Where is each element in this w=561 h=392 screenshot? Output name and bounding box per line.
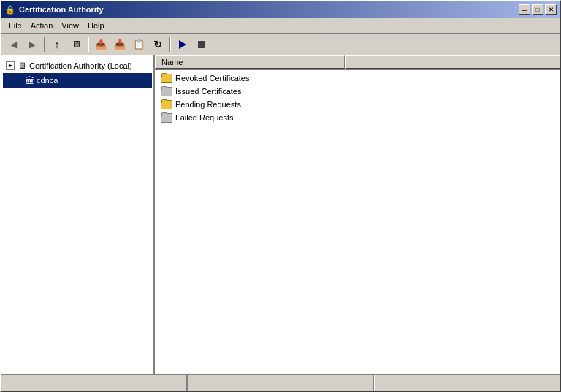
window-title: Certification Authority: [19, 5, 104, 14]
folder-yellow-icon: [161, 73, 172, 83]
stop-toolbar-btn[interactable]: [193, 36, 210, 53]
export-toolbar-btn[interactable]: 📤: [92, 36, 110, 53]
tree-child-icon: 🏛: [23, 74, 35, 86]
tree-pane: + 🖥 Certification Authority (Local) 🏛 cd…: [1, 55, 155, 374]
main-content: + 🖥 Certification Authority (Local) 🏛 cd…: [1, 55, 560, 374]
list-item[interactable]: Issued Certificates: [155, 85, 560, 98]
menu-action[interactable]: Action: [26, 20, 58, 31]
toolbar-sep-3: [169, 37, 171, 52]
folder-gray-icon: [161, 112, 172, 123]
tree-root-expander[interactable]: +: [6, 61, 15, 70]
list-item[interactable]: Failed Requests: [155, 111, 560, 124]
list-item[interactable]: Pending Requests: [155, 98, 560, 111]
folder-gray-icon: [161, 86, 172, 96]
title-bar: 🔒 Certification Authority — □ ✕: [1, 1, 560, 18]
toolbar-sep-1: [44, 37, 45, 52]
status-bar: [1, 374, 560, 391]
import-toolbar-btn[interactable]: 📥: [111, 36, 129, 53]
forward-toolbar-btn[interactable]: ▶: [23, 36, 41, 53]
toolbar: ◀ ▶ ↑ 🖥 📤 📥 📋 ↻: [1, 34, 560, 55]
menu-help[interactable]: Help: [83, 20, 109, 31]
list-header: Name: [155, 55, 560, 70]
folder-yellow-icon: [161, 99, 172, 109]
toolbar-sep-2: [88, 37, 89, 52]
title-controls: — □ ✕: [519, 4, 557, 15]
tree-child-label: cdnca: [37, 76, 58, 85]
status-section-1: [1, 375, 188, 391]
list-pane: Name Revoked Certificates Issued Certifi…: [155, 55, 560, 374]
computer-toolbar-btn[interactable]: 🖥: [67, 36, 85, 53]
menu-file[interactable]: File: [4, 20, 26, 31]
tree-root-icon: 🖥: [16, 60, 28, 72]
tree-root-label: Certification Authority (Local): [29, 61, 132, 70]
copy-toolbar-btn[interactable]: 📋: [130, 36, 148, 53]
minimize-button[interactable]: —: [519, 4, 530, 15]
tree-child-item[interactable]: 🏛 cdnca: [3, 73, 152, 88]
list-item-label: Revoked Certificates: [175, 74, 250, 82]
close-button[interactable]: ✕: [545, 4, 557, 15]
menu-bar: File Action View Help: [1, 18, 560, 34]
refresh-toolbar-btn[interactable]: ↻: [149, 36, 167, 53]
tree-root-item[interactable]: + 🖥 Certification Authority (Local): [3, 58, 152, 73]
main-window: 🔒 Certification Authority — □ ✕ File Act…: [0, 0, 561, 392]
maximize-button[interactable]: □: [532, 4, 543, 15]
list-body: Revoked Certificates Issued Certificates…: [155, 70, 560, 374]
list-item[interactable]: Revoked Certificates: [155, 72, 560, 85]
list-item-label: Failed Requests: [175, 113, 234, 122]
up-toolbar-btn[interactable]: ↑: [48, 36, 66, 53]
back-toolbar-btn[interactable]: ◀: [4, 36, 22, 53]
play-toolbar-btn[interactable]: [174, 36, 191, 53]
status-section-2: [188, 375, 375, 391]
list-item-label: Issued Certificates: [175, 87, 241, 96]
list-item-label: Pending Requests: [175, 100, 241, 109]
list-col-name[interactable]: Name: [155, 55, 345, 69]
menu-view[interactable]: View: [57, 20, 83, 31]
list-col-extra[interactable]: [345, 55, 560, 69]
window-icon: 🔒: [4, 4, 16, 15]
title-bar-left: 🔒 Certification Authority: [4, 4, 104, 15]
status-section-3: [374, 375, 560, 391]
